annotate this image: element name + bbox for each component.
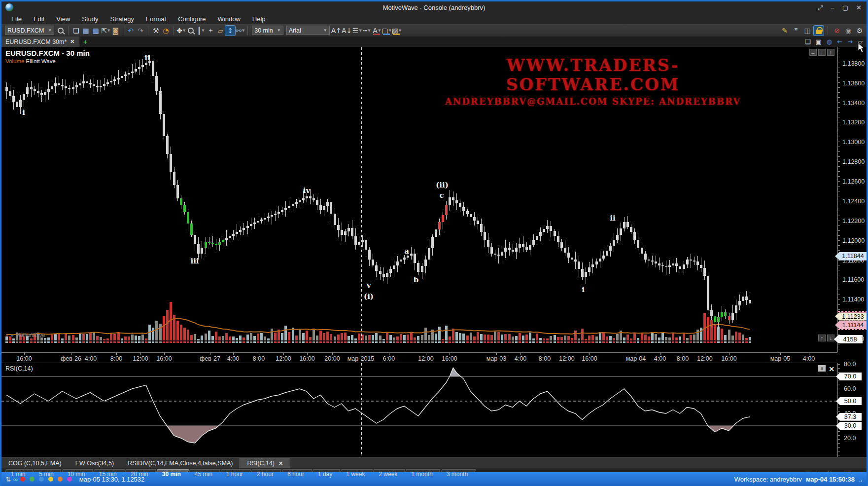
link-color-dot[interactable] xyxy=(39,477,44,482)
menu-study[interactable]: Study xyxy=(77,14,103,24)
study-tab-rsidiv[interactable]: RSIDIV(C,14,EMA,Close,4,false,SMA) xyxy=(121,458,240,468)
scroll-down-icon[interactable]: ↓ xyxy=(827,335,834,341)
connection-icon[interactable]: ⇅ xyxy=(5,476,11,483)
new-window-icon[interactable]: ❏ xyxy=(805,38,811,45)
link-color-dot[interactable] xyxy=(67,477,72,482)
time-label: мар-2015 xyxy=(347,355,374,362)
rsi-study-label[interactable]: RSI(C,14) xyxy=(5,365,33,372)
close-study-icon[interactable]: ✕ xyxy=(278,460,283,467)
link-color-dot[interactable] xyxy=(58,477,63,482)
menu-window[interactable]: Window xyxy=(213,14,245,24)
link-color-dot[interactable] xyxy=(30,477,35,482)
fit-vertical-icon[interactable]: ↕ xyxy=(225,26,235,36)
delete-chart-icon[interactable]: ▣ xyxy=(816,38,822,45)
minimize-button[interactable]: – xyxy=(831,4,834,12)
time-label: 16:00 xyxy=(299,355,314,362)
help-globe-icon[interactable]: ◉ xyxy=(843,26,853,36)
separator xyxy=(148,26,148,35)
line-style-icon[interactable]: ┅▼ xyxy=(362,26,372,36)
bar-tool-icon[interactable]: ┃▼ xyxy=(196,26,206,36)
study-tab-ew-osc[interactable]: EW Osc(34,5) xyxy=(69,458,121,468)
export-icon[interactable]: ⇱▼ xyxy=(101,26,110,36)
search-icon[interactable] xyxy=(56,26,66,36)
rsi-axis[interactable]: 80.070.060.050.040.030.020.070.050.037.3… xyxy=(837,363,868,457)
globe-icon[interactable]: ◍ xyxy=(827,38,832,45)
menu-edit[interactable]: Edit xyxy=(29,14,49,24)
zoom-tool-icon[interactable] xyxy=(186,26,196,36)
close-tab-icon[interactable]: ✕ xyxy=(70,38,74,45)
scroll-up-icon[interactable]: ↑ xyxy=(827,49,834,56)
font-color-icon[interactable]: A▼ xyxy=(372,26,382,36)
link-color-dot[interactable] xyxy=(48,477,53,482)
tab-eurusd-30m[interactable]: EURUSD.FXCM 30m* ✕ xyxy=(1,37,79,47)
time-label: 4:00 xyxy=(654,355,666,362)
scroll-up-icon[interactable]: ↑ xyxy=(818,335,826,341)
time-axis[interactable]: 16:00фев-264:008:0012:0016:00фев-274:008… xyxy=(1,352,837,363)
legend-elliott-wave[interactable]: Elliott Wave xyxy=(26,58,56,64)
save-all-icon[interactable]: ▥ xyxy=(91,26,101,36)
snap-icon[interactable]: ⚯▼ xyxy=(235,26,245,36)
font-smaller-icon[interactable]: A↓ xyxy=(342,26,352,36)
scroll-arrows-bottom: ↑↓ xyxy=(818,335,834,341)
crosshair-icon[interactable]: ＋ xyxy=(206,26,215,36)
workspace-label: Workspace: andreybbrv xyxy=(734,476,802,483)
price-axis[interactable]: 1.138001.136001.134001.132001.130001.128… xyxy=(837,47,868,352)
price-label: 1.13800 xyxy=(842,60,865,67)
line-width-icon[interactable]: ☰▼ xyxy=(352,26,362,36)
time-label: 12:00 xyxy=(276,355,291,362)
nav-back-icon[interactable]: ← xyxy=(837,38,842,45)
menu-help[interactable]: Help xyxy=(247,14,271,24)
resize-grip[interactable]: ⣠ xyxy=(859,476,863,483)
redo-icon[interactable]: ↷ xyxy=(136,26,145,36)
components-icon[interactable]: ▱ xyxy=(215,26,225,36)
scroll-down-icon[interactable]: ↓ xyxy=(818,49,826,56)
menu-format[interactable]: Format xyxy=(141,14,171,24)
price-chart[interactable]: WWW.TRADERS-SOFTWARE.COM ANDREYBBRV@GMAI… xyxy=(1,47,837,352)
barsize-combo[interactable]: 30 min▼ xyxy=(252,26,283,35)
study-tab-rsi[interactable]: RSI(C,14)✕ xyxy=(240,458,290,468)
camera-icon[interactable]: ◙ xyxy=(110,26,120,36)
menu-configure[interactable]: Configure xyxy=(173,14,210,24)
close-button[interactable]: ✕ xyxy=(856,4,862,12)
show-studies-icon[interactable]: ◫ xyxy=(802,26,812,36)
menu-view[interactable]: View xyxy=(51,14,75,24)
window-controls: ⤢–▢✕ xyxy=(818,4,862,12)
comments-icon[interactable]: ❞ xyxy=(791,26,801,36)
chevron-down-icon: ▼ xyxy=(399,29,401,33)
menu-strategy[interactable]: Strategy xyxy=(105,14,139,24)
panel-close-icon[interactable]: ✕ xyxy=(829,365,834,373)
new-chart-icon[interactable]: ❏ xyxy=(71,26,81,36)
price-label: 1.12800 xyxy=(842,158,865,165)
lock-icon[interactable] xyxy=(814,26,824,36)
border-color-icon[interactable]: ▢▼ xyxy=(382,26,391,36)
fill-color-icon[interactable]: ▨▼ xyxy=(391,26,401,36)
scroll-right-icon[interactable]: → xyxy=(809,49,817,56)
rsi-tag: 30.0 xyxy=(836,422,862,430)
price-label: 1.11400 xyxy=(842,296,864,303)
font-larger-icon[interactable]: A↑ xyxy=(331,26,342,36)
draw-pencil-icon[interactable]: ✎ xyxy=(780,26,790,36)
save-icon[interactable]: ▦ xyxy=(81,26,91,36)
legend-volume[interactable]: Volume xyxy=(5,58,24,64)
chevron-down-icon: ▼ xyxy=(389,29,391,33)
hide-drawings-icon[interactable]: ⊘ xyxy=(832,26,842,36)
strategy-tools-icon[interactable]: ⚒ xyxy=(151,26,161,36)
link-color-dot[interactable] xyxy=(20,477,25,482)
menu-file[interactable]: File xyxy=(6,14,27,24)
time-label: 12:00 xyxy=(133,355,148,362)
pan-hand-icon[interactable]: ✥▼ xyxy=(176,26,186,36)
study-tab-cog[interactable]: COG (C,10,5,EMA) xyxy=(1,458,69,468)
title-bar: MotiveWave - Console (andreybbrv) ⤢–▢✕ xyxy=(1,0,867,13)
panel-menu-icon[interactable]: ≡ xyxy=(818,365,826,372)
symbol-combo[interactable]: RUSD.FXCM▼ xyxy=(5,26,54,35)
rsi-tag: 50.0 xyxy=(836,397,862,405)
expand-button[interactable]: ⤢ xyxy=(818,4,823,12)
settings-gear-icon[interactable]: ⚙ xyxy=(855,26,865,36)
alerts-clock-icon[interactable]: ◔ xyxy=(161,26,171,36)
restore-button[interactable]: ▢ xyxy=(842,4,848,12)
rsi-panel[interactable]: RSI(C,14) ≡✕ xyxy=(1,363,837,457)
font-combo[interactable]: Arial▼ xyxy=(286,26,330,35)
undo-icon[interactable]: ↶ xyxy=(126,26,136,36)
nav-forward-icon[interactable]: → xyxy=(847,38,853,45)
add-chart-icon[interactable]: ＋ xyxy=(82,37,89,46)
